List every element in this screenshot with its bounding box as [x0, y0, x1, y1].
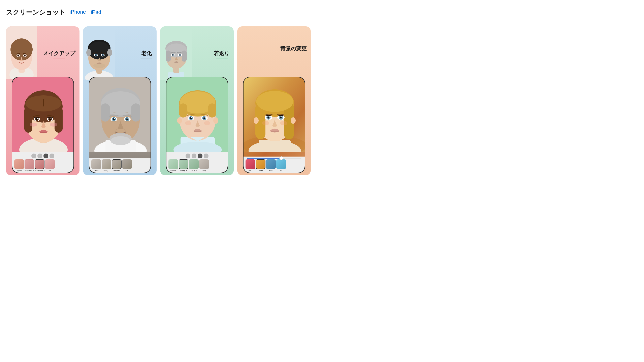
card-label-rejuv: 若返り [214, 50, 230, 57]
thumb-young2-aging[interactable]: Young 2 [102, 159, 111, 172]
dot-4[interactable] [50, 154, 54, 158]
svg-point-76 [172, 54, 173, 56]
slider-row-bg [245, 158, 303, 159]
svg-point-59 [114, 118, 115, 119]
page-container: スクリーンショット iPhone iPad [0, 0, 322, 183]
thumb-label-young-r: Young [202, 170, 206, 172]
dot-2[interactable] [38, 154, 42, 158]
svg-point-94 [191, 117, 192, 118]
svg-rect-88 [208, 104, 216, 118]
thumb-img-young3[interactable] [179, 159, 188, 169]
thumb-img-hw2[interactable] [24, 159, 34, 169]
card-top-makeup: メイクアップ [6, 26, 80, 85]
svg-point-11 [24, 55, 25, 56]
card-bg-aging: 老化 [83, 26, 156, 175]
svg-point-98 [204, 117, 206, 118]
thumb-img-young-r[interactable] [199, 159, 209, 169]
thumb-img-coolold[interactable] [112, 159, 122, 169]
tab-iphone[interactable]: iPhone [70, 9, 86, 16]
dot-3-rejuv[interactable] [198, 154, 202, 158]
thumb-young2-rejuv[interactable]: Young 2 [189, 159, 199, 172]
dot-1[interactable] [32, 154, 36, 158]
thumb-img-orig-rejuv[interactable] [168, 159, 178, 169]
svg-rect-55 [131, 104, 140, 122]
dot-3[interactable] [44, 154, 48, 158]
svg-point-100 [204, 121, 210, 125]
svg-rect-73 [182, 50, 187, 62]
thumb-img-dunes[interactable] [256, 159, 266, 169]
screen-face-makeup [12, 77, 74, 152]
card-bg-bgchange: 背景の変更 [237, 26, 311, 175]
thumb-label-original: Original [16, 170, 22, 172]
phone-makeup: Original Hollywood 2 Hollywood 4 [12, 77, 74, 173]
screen-aging: Young Young 2 Cool Old [89, 77, 150, 173]
svg-point-30 [30, 122, 37, 126]
thumb-pool-bg[interactable]: Pool [266, 159, 276, 172]
thumb-dunes-bg[interactable]: Dunes [256, 159, 266, 172]
thumb-img-silk[interactable] [45, 159, 55, 169]
thumb-web-bg[interactable]: Web [246, 159, 255, 172]
card-label-makeup: メイクアップ [43, 50, 76, 57]
dot-2-rejuv[interactable] [192, 154, 196, 158]
thumb-hw4-makeup[interactable]: Hollywood 4 [35, 159, 44, 172]
svg-point-110 [256, 91, 293, 112]
thumb-silk-makeup[interactable]: Silk [45, 159, 55, 172]
thumbs-row-bg: Web Dunes Pool [245, 159, 303, 172]
thumb-img-old[interactable] [122, 159, 132, 169]
top-face-rejuv [160, 26, 192, 80]
screenshot-card-makeup: メイクアップ [6, 26, 80, 175]
thumb-img-young[interactable] [91, 159, 101, 169]
thumb-img-young2[interactable] [189, 159, 199, 169]
thumb-label-young: Young [94, 170, 98, 172]
svg-point-42 [96, 55, 96, 56]
thumb-young-rejuv[interactable]: Young [199, 159, 209, 172]
thumb-label-young3: Young 3 [180, 170, 187, 172]
thumb-original-makeup[interactable]: Original [14, 159, 24, 172]
screen-main-aging [89, 77, 150, 158]
card-label-aging: 老化 [140, 50, 152, 57]
svg-point-121 [262, 121, 269, 125]
section-title: スクリーンショット [6, 8, 66, 17]
card-label-area-aging: 老化 [140, 50, 152, 59]
svg-point-120 [281, 116, 282, 118]
card-label-area-bg: 背景の変更 [280, 45, 307, 54]
phone-bg: Web Dunes Pool [243, 77, 305, 173]
screen-main-makeup [12, 77, 74, 152]
thumb-label-pool: Pool [269, 170, 272, 172]
card-top-rejuv: 若返り [160, 26, 234, 85]
svg-point-63 [128, 118, 128, 119]
svg-point-90 [213, 117, 218, 124]
thumb-img-pool[interactable] [266, 159, 276, 169]
thumb-label-coolold: Cool Old [113, 170, 120, 172]
thumb-img-original[interactable] [14, 159, 24, 169]
screen-controls-aging: Young Young 2 Cool Old [89, 158, 150, 173]
thumb-young-aging[interactable]: Young [91, 159, 101, 172]
thumb-hw2-makeup[interactable]: Hollywood 2 [24, 159, 34, 172]
svg-point-39 [107, 49, 112, 56]
svg-rect-54 [101, 104, 110, 122]
thumb-img-hw4[interactable] [35, 159, 44, 169]
phone-rejuv: Original Young 3 Young 2 [166, 77, 228, 173]
thumb-old-aging[interactable]: Old [122, 159, 132, 172]
section-header: スクリーンショット iPhone iPad [6, 8, 316, 20]
svg-point-5 [11, 40, 32, 54]
tab-bar: iPhone iPad [70, 9, 101, 16]
thumb-img-young2[interactable] [102, 159, 111, 169]
thumb-img-wa[interactable] [276, 159, 286, 169]
slider-thumb[interactable] [280, 156, 283, 160]
svg-point-111 [254, 117, 258, 124]
thumb-coolold-aging[interactable]: Cool Old [112, 159, 122, 172]
screen-face-rejuv [166, 77, 228, 152]
svg-rect-87 [179, 104, 187, 118]
tab-ipad[interactable]: iPad [91, 9, 101, 16]
svg-point-46 [93, 63, 105, 68]
dot-4-rejuv[interactable] [204, 154, 208, 158]
dot-1-rejuv[interactable] [186, 154, 190, 158]
thumb-label-silk: Silk [48, 170, 51, 172]
thumb-young3-rejuv[interactable]: Young 3 [179, 159, 188, 172]
thumb-wa-bg[interactable]: Wa [276, 159, 286, 172]
thumb-img-web[interactable] [246, 159, 255, 169]
slider-track-bg[interactable] [247, 158, 302, 158]
dots-row-makeup [14, 154, 72, 158]
thumb-original-rejuv[interactable]: Original [168, 159, 178, 172]
